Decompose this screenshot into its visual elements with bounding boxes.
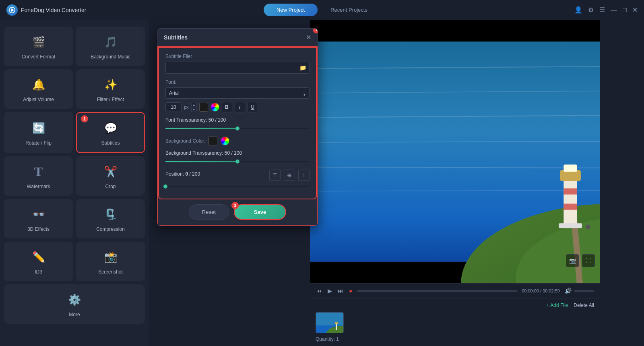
position-icons: ⊤ ⊕ ⊥ — [269, 170, 310, 181]
app-logo: FoneDog Video Converter — [6, 4, 86, 16]
maximize-icon[interactable]: □ — [623, 6, 627, 14]
more-icon: ⚙️ — [66, 291, 83, 309]
sidebar-item-subtitles[interactable]: 1 💬 Subtitles — [76, 112, 145, 153]
compression-label: Compression — [96, 226, 125, 232]
screenshot-icon: 📸 — [102, 248, 120, 266]
font-color-picker[interactable] — [211, 103, 219, 112]
subtitles-badge: 1 — [81, 115, 88, 122]
fullscreen-preview-button[interactable]: ⛶ — [582, 254, 595, 267]
position-label: Position: 0 / 200 — [165, 171, 200, 177]
font-select[interactable]: Arial Times New Roman Helvetica — [165, 87, 310, 99]
dialog-inner: Subtitle File: 📁 Font: Arial Times — [157, 46, 318, 226]
underline-button[interactable]: U — [248, 102, 258, 112]
volume-area: 🔊 — [564, 287, 594, 295]
font-select-wrapper: Arial Times New Roman Helvetica — [165, 87, 310, 102]
id3-label: ID3 — [35, 269, 42, 275]
font-color-swatch[interactable] — [199, 103, 208, 112]
compression-icon: 🗜️ — [102, 205, 120, 223]
bg-color-swatch[interactable] — [208, 137, 217, 145]
watermark-icon: T — [30, 163, 47, 180]
filter-effect-label: Filter / Effect — [97, 97, 124, 102]
sidebar-item-filter-effect[interactable]: ✨ Filter / Effect — [76, 69, 145, 109]
video-controls: ⏮ ▶ ⏭ ● 00:00:00 / 00:02:59 🔊 — [310, 283, 600, 298]
font-transparency-fill — [165, 128, 237, 129]
align-center-button[interactable]: ⊕ — [284, 170, 295, 181]
thumbnail-scene — [316, 313, 344, 333]
subtitles-dialog: Subtitles 2 ✕ Subtitle File: 📁 — [157, 28, 318, 226]
record-button[interactable]: ● — [348, 287, 353, 295]
font-label: Font: — [165, 79, 310, 85]
add-file-button[interactable]: + Add File — [547, 302, 568, 308]
dialog-close-button[interactable]: ✕ — [306, 33, 311, 41]
recent-projects-tab[interactable]: Recent Projects — [318, 4, 380, 16]
bg-transparency-track — [165, 161, 310, 162]
bg-transparency-slider-wrapper — [165, 158, 310, 165]
svg-point-20 — [586, 224, 590, 229]
volume-bar[interactable] — [574, 290, 594, 292]
dialog-footer: Reset 3 Save — [158, 199, 317, 225]
close-icon[interactable]: ✕ — [632, 6, 638, 14]
font-size-down[interactable]: ▼ — [191, 108, 197, 112]
font-section: Font: Arial Times New Roman Helvetica — [165, 79, 310, 112]
screenshot-label: Screenshot — [98, 269, 123, 275]
sidebar-item-id3[interactable]: ✏️ ID3 — [4, 242, 73, 281]
sidebar-item-crop[interactable]: ✂️ Crop — [76, 156, 145, 196]
subtitles-label: Subtitles — [101, 140, 120, 146]
bg-transparency-thumb[interactable] — [235, 160, 239, 164]
subtitle-file-wrapper: 📁 — [165, 62, 310, 74]
logo-icon — [6, 4, 18, 16]
bold-button[interactable]: B — [222, 102, 232, 112]
position-thumb[interactable] — [163, 184, 167, 189]
skip-back-button[interactable]: ⏮ — [316, 287, 323, 295]
sidebar-item-adjust-volume[interactable]: 🔔 Adjust Volume — [4, 69, 73, 109]
sidebar-item-convert-format[interactable]: 🎬 Convert Format — [4, 27, 73, 66]
volume-icon[interactable]: 🔊 — [564, 287, 572, 295]
font-transparency-thumb[interactable] — [235, 126, 239, 131]
subtitle-file-input[interactable] — [165, 62, 310, 74]
id3-icon: ✏️ — [30, 248, 47, 266]
progress-bar[interactable] — [357, 290, 518, 292]
sidebar-item-watermark[interactable]: T Watermark — [4, 156, 73, 196]
delete-all-button[interactable]: Delete All — [574, 302, 594, 308]
dialog-body: Subtitle File: 📁 Font: Arial Times — [158, 47, 317, 199]
thumbnail-row — [316, 312, 594, 333]
rotate-flip-icon: 🔄 — [30, 119, 47, 137]
screenshot-preview-button[interactable]: 📷 — [566, 254, 579, 267]
italic-button[interactable]: I — [235, 102, 245, 112]
sidebar-item-screenshot[interactable]: 📸 Screenshot — [76, 242, 145, 281]
align-bottom-button[interactable]: ⊥ — [298, 170, 310, 181]
font-transparency-label: Font Transparency: 50 / 100 — [165, 117, 310, 123]
sidebar: 🎬 Convert Format 🎵 Background Music 🔔 Ad… — [0, 20, 149, 346]
svg-rect-2 — [310, 20, 600, 41]
svg-rect-19 — [559, 223, 582, 228]
save-button[interactable]: 3 Save — [234, 204, 286, 220]
font-size-up[interactable]: ▲ — [191, 103, 197, 107]
sidebar-item-more[interactable]: ⚙️ More — [4, 284, 145, 324]
reset-button[interactable]: Reset — [189, 204, 229, 220]
font-size-input[interactable] — [165, 102, 182, 112]
sidebar-item-rotate-flip[interactable]: 🔄 Rotate / Flip — [4, 112, 73, 153]
align-top-button[interactable]: ⊤ — [269, 170, 281, 181]
subtitle-file-label: Subtitle File: — [165, 54, 310, 59]
menu-icon[interactable]: ☰ — [599, 6, 605, 14]
svg-rect-24 — [336, 324, 337, 330]
user-icon[interactable]: 👤 — [574, 6, 582, 14]
bg-color-picker[interactable] — [221, 137, 229, 145]
sidebar-item-3d-effects[interactable]: 👓 3D Effects — [4, 199, 73, 238]
sidebar-item-background-music[interactable]: 🎵 Background Music — [76, 27, 145, 66]
svg-rect-16 — [564, 204, 577, 210]
minimize-icon[interactable]: — — [611, 6, 617, 14]
bg-color-label: Background Color: — [165, 138, 205, 144]
video-thumbnail[interactable] — [316, 312, 344, 333]
bg-transparency-value: 50 / 100 — [225, 150, 242, 156]
time-display: 00:00:00 / 00:02:59 — [522, 288, 560, 293]
new-project-tab[interactable]: New Project — [264, 4, 318, 16]
adjust-volume-label: Adjust Volume — [23, 97, 54, 102]
settings-icon[interactable]: ⚙ — [588, 6, 594, 14]
play-button[interactable]: ▶ — [327, 287, 333, 295]
file-browse-icon[interactable]: 📁 — [299, 64, 306, 71]
skip-forward-button[interactable]: ⏭ — [337, 287, 344, 295]
sidebar-item-compression[interactable]: 🗜️ Compression — [76, 199, 145, 238]
watermark-label: Watermark — [27, 184, 50, 189]
files-actions: + Add File Delete All — [547, 302, 594, 308]
